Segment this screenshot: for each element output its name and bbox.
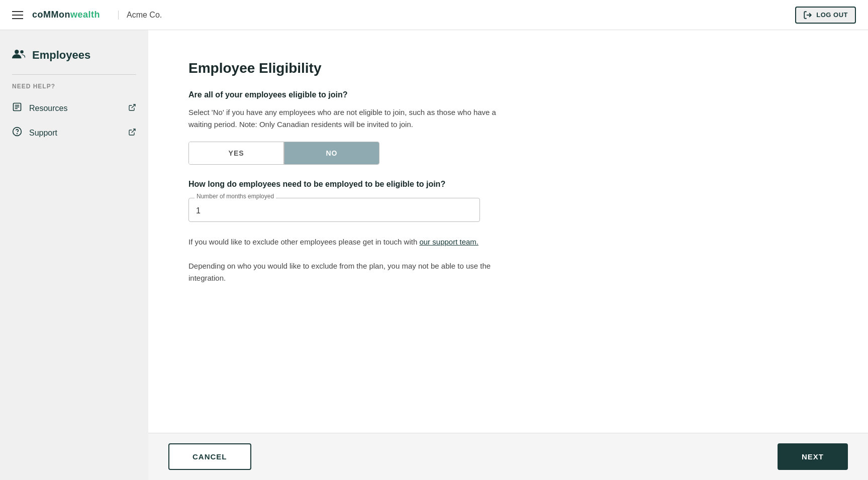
resources-icon	[12, 102, 22, 114]
svg-point-9	[17, 134, 18, 134]
hamburger-menu[interactable]	[12, 11, 23, 19]
main-panel: Employee Eligibility Are all of your emp…	[148, 30, 868, 480]
company-name: Acme Co.	[118, 11, 162, 20]
q1-description: Select 'No' if you have any employees wh…	[188, 106, 500, 131]
sidebar-item-support[interactable]: Support	[0, 121, 148, 145]
info-text-1: If you would like to exclude other emplo…	[188, 236, 500, 248]
next-button[interactable]: NEXT	[778, 443, 848, 470]
info-text-2: Depending on who you would like to exclu…	[188, 260, 500, 284]
months-input-label: Number of months employed	[195, 193, 276, 200]
logo-wealth: wealth	[70, 10, 100, 20]
svg-line-10	[132, 129, 135, 133]
logout-button[interactable]: LOG OUT	[795, 7, 856, 24]
support-label: Support	[29, 129, 121, 138]
q1-label: Are all of your employees eligible to jo…	[188, 90, 500, 99]
no-button[interactable]: NO	[284, 142, 379, 164]
need-help-label: NEED HELP?	[0, 83, 148, 96]
logout-icon	[803, 11, 812, 20]
support-team-link[interactable]: our support team.	[419, 237, 478, 246]
sidebar-divider	[12, 74, 136, 75]
cancel-button[interactable]: CANCEL	[168, 443, 251, 470]
support-icon	[12, 127, 22, 139]
main-layout: Employees NEED HELP? Resources	[0, 30, 868, 480]
svg-point-2	[20, 50, 24, 54]
svg-line-7	[132, 104, 135, 108]
employees-icon	[12, 48, 25, 62]
main-content: Employee Eligibility Are all of your emp…	[148, 30, 540, 433]
sidebar-employees-label: Employees	[32, 49, 90, 62]
resources-external-icon	[128, 103, 136, 113]
page-title: Employee Eligibility	[188, 60, 500, 76]
yes-no-toggle: YES NO	[188, 142, 379, 165]
months-input[interactable]	[188, 198, 480, 222]
support-external-icon	[128, 128, 136, 138]
logo-common: coMMon	[32, 10, 70, 20]
sidebar-item-resources[interactable]: Resources	[0, 96, 148, 121]
footer: CANCEL NEXT	[148, 433, 868, 480]
svg-point-1	[15, 50, 19, 54]
q2-label: How long do employees need to be employe…	[188, 180, 500, 189]
months-input-wrapper: Number of months employed	[188, 198, 480, 222]
top-navigation: coMMonwealth Acme Co. LOG OUT	[0, 0, 868, 30]
logo: coMMonwealth	[32, 10, 100, 20]
sidebar-item-employees[interactable]: Employees	[0, 40, 148, 70]
sidebar: Employees NEED HELP? Resources	[0, 30, 148, 480]
yes-button[interactable]: YES	[189, 142, 283, 164]
resources-label: Resources	[29, 104, 121, 113]
